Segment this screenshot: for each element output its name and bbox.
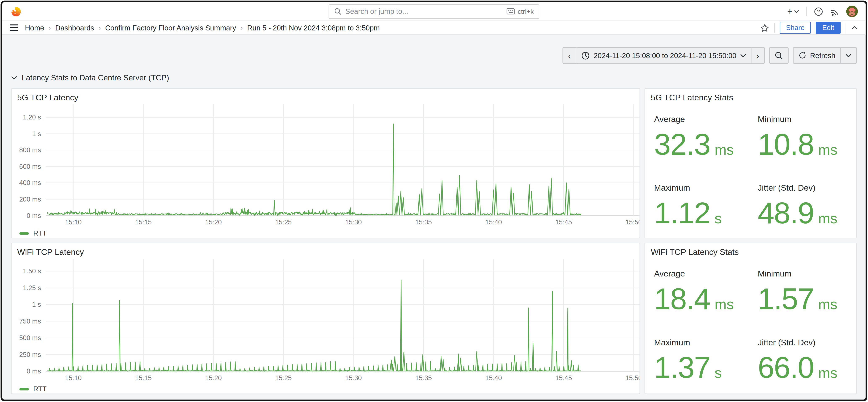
top-bar: Search or jump to... ctrl+k + <box>2 2 866 21</box>
top-right-actions: + ? <box>787 5 858 17</box>
stat-minimum: Minimum 10.8ms <box>758 114 838 159</box>
chevron-down-icon <box>794 10 799 13</box>
wifi-tcp-latency-chart[interactable]: 0 ms250 ms500 ms750 ms1 s1.25 s1.50 s15:… <box>11 256 640 394</box>
breadcrumb-dashboards[interactable]: Dashboards <box>55 24 94 32</box>
stat-jitter: Jitter (Std. Dev) 66.0ms <box>758 338 838 382</box>
stat-label: Maximum <box>654 338 722 347</box>
stat-label: Minimum <box>758 269 838 278</box>
svg-text:15:50: 15:50 <box>625 218 640 226</box>
star-icon <box>761 24 769 32</box>
refresh-icon <box>799 52 806 59</box>
5g-tcp-latency-chart[interactable]: 0 ms200 ms400 ms600 ms800 ms1 s1.20 s15:… <box>11 102 640 238</box>
svg-text:750 ms: 750 ms <box>19 317 41 325</box>
svg-text:200 ms: 200 ms <box>19 195 41 203</box>
stat-value: 1.57 <box>758 284 814 314</box>
news-button[interactable] <box>830 7 839 16</box>
divider <box>846 23 846 33</box>
time-shift-forward-button[interactable]: › <box>751 47 765 64</box>
svg-text:400 ms: 400 ms <box>19 179 41 186</box>
svg-text:15:25: 15:25 <box>275 374 291 382</box>
stat-maximum: Maximum 1.37s <box>654 338 722 382</box>
help-icon: ? <box>814 7 823 16</box>
plus-icon: + <box>787 7 793 16</box>
share-button[interactable]: Share <box>780 22 811 34</box>
search-placeholder: Search or jump to... <box>345 7 503 16</box>
stat-label: Average <box>654 269 734 278</box>
stat-average: Average 32.3ms <box>654 114 734 159</box>
svg-text:15:40: 15:40 <box>485 218 502 226</box>
stat-average: Average 18.4ms <box>654 269 734 314</box>
chevron-left-icon: ‹ <box>568 51 571 60</box>
svg-text:800 ms: 800 ms <box>19 146 41 154</box>
time-shift-back-button[interactable]: ‹ <box>563 47 577 64</box>
breadcrumb-folder[interactable]: Confirm Factory Floor Analysis Summary <box>105 24 236 32</box>
stat-unit: ms <box>715 141 734 158</box>
favorite-button[interactable] <box>761 24 769 32</box>
new-button[interactable]: + <box>787 7 799 16</box>
stat-maximum: Maximum 1.12s <box>654 183 722 228</box>
stat-jitter: Jitter (Std. Dev) 48.9ms <box>758 183 838 228</box>
svg-text:500 ms: 500 ms <box>19 334 41 342</box>
divider <box>806 7 807 16</box>
panel-row-1: 5G TCP Latency 0 ms200 ms400 ms600 ms800… <box>11 88 857 238</box>
collapse-topbar-button[interactable] <box>851 25 858 30</box>
grafana-logo[interactable] <box>10 5 22 18</box>
stat-unit: s <box>715 365 722 382</box>
chevron-down-icon <box>846 54 851 57</box>
stat-label: Jitter (Std. Dev) <box>758 183 838 192</box>
user-avatar[interactable] <box>846 5 858 17</box>
search-input[interactable]: Search or jump to... ctrl+k <box>329 4 539 19</box>
5g-tcp-latency-panel: 5G TCP Latency 0 ms200 ms400 ms600 ms800… <box>11 88 640 238</box>
svg-text:15:10: 15:10 <box>65 218 82 226</box>
svg-text:1 s: 1 s <box>32 301 41 308</box>
panel-title[interactable]: WiFi TCP Latency Stats <box>645 243 857 256</box>
search-shortcut-label: ctrl+k <box>518 7 534 15</box>
refresh-button[interactable]: Refresh <box>793 47 841 64</box>
wifi-tcp-latency-stats-panel: WiFi TCP Latency Stats Average 18.4ms Mi… <box>645 243 857 394</box>
time-range-picker[interactable]: 2024-11-20 15:08:00 to 2024-11-20 15:50:… <box>577 47 751 64</box>
stat-label: Maximum <box>654 183 722 192</box>
svg-text:15:35: 15:35 <box>415 218 432 226</box>
svg-text:15:35: 15:35 <box>415 374 432 382</box>
svg-text:1.20 s: 1.20 s <box>23 113 41 121</box>
svg-text:15:45: 15:45 <box>555 374 572 382</box>
svg-text:15:15: 15:15 <box>135 218 152 226</box>
svg-text:1 s: 1 s <box>32 130 41 137</box>
help-button[interactable]: ? <box>814 7 823 16</box>
svg-text:1.25 s: 1.25 s <box>23 284 41 291</box>
svg-text:15:25: 15:25 <box>275 218 291 226</box>
clock-icon <box>582 51 590 60</box>
refresh-interval-button[interactable] <box>841 47 857 64</box>
keyboard-icon <box>506 8 515 14</box>
stat-value: 1.37 <box>654 352 710 382</box>
svg-text:1.50 s: 1.50 s <box>23 267 41 275</box>
breadcrumb-separator: › <box>98 24 101 32</box>
svg-text:RTT: RTT <box>33 385 46 393</box>
5g-tcp-latency-stats-panel: 5G TCP Latency Stats Average 32.3ms Mini… <box>645 88 857 238</box>
panel-title[interactable]: 5G TCP Latency <box>11 89 640 102</box>
divider <box>774 23 775 33</box>
breadcrumb-home[interactable]: Home <box>25 24 44 32</box>
svg-text:15:50: 15:50 <box>625 374 640 382</box>
stat-label: Minimum <box>758 114 838 124</box>
edit-button[interactable]: Edit <box>815 22 841 34</box>
svg-text:15:10: 15:10 <box>65 374 82 382</box>
stat-value: 18.4 <box>654 284 710 314</box>
search-shortcut: ctrl+k <box>506 7 534 15</box>
svg-text:0 ms: 0 ms <box>27 212 41 219</box>
zoom-out-time-button[interactable] <box>769 47 788 64</box>
stat-value: 10.8 <box>758 129 814 159</box>
stat-unit: ms <box>818 365 838 382</box>
dashboard-row-toggle[interactable]: Latency Stats to Data Centre Server (TCP… <box>11 71 857 84</box>
panel-title[interactable]: 5G TCP Latency Stats <box>645 89 857 102</box>
mega-menu-toggle[interactable] <box>10 24 19 31</box>
rss-icon <box>830 7 839 16</box>
grafana-app: Search or jump to... ctrl+k + <box>1 1 868 402</box>
wifi-tcp-latency-panel: WiFi TCP Latency 0 ms250 ms500 ms750 ms1… <box>11 243 640 394</box>
panel-title[interactable]: WiFi TCP Latency <box>11 243 640 256</box>
refresh-label: Refresh <box>810 51 835 60</box>
chevron-down-icon <box>740 54 746 57</box>
breadcrumb-dashboard-title[interactable]: Run 5 - 20th Nov 2024 3:08pm to 3:50pm <box>247 24 380 32</box>
svg-text:0 ms: 0 ms <box>27 367 41 375</box>
svg-text:15:20: 15:20 <box>205 218 222 226</box>
